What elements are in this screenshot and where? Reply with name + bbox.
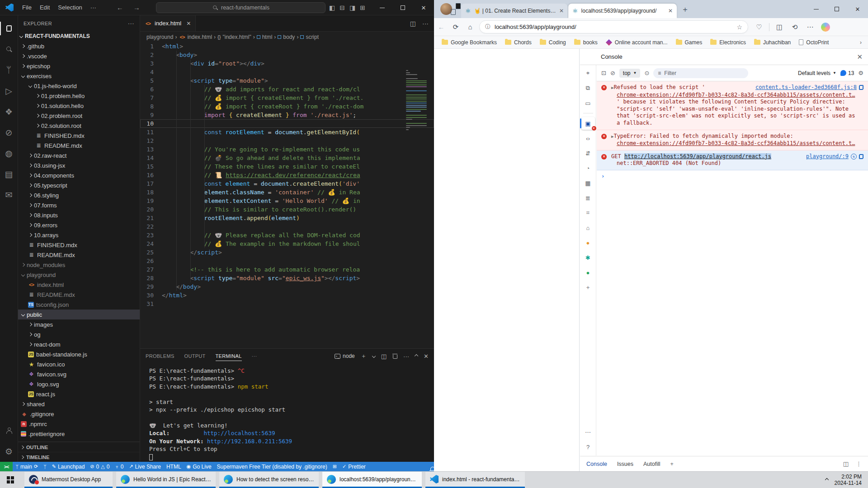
tree-item-finished-mdx[interactable]: ≣FINISHED.mdx (18, 240, 140, 250)
bookmark-games[interactable]: Games (673, 38, 706, 47)
mail-icon[interactable]: ✉ (0, 184, 18, 205)
settings-more-icon[interactable]: ⋯ (803, 23, 817, 31)
tree-item-06-styling[interactable]: 06.styling (18, 190, 140, 200)
site-info-icon[interactable]: ⓘ (485, 23, 491, 31)
more-tools-icon[interactable]: ▭ (581, 97, 595, 109)
taskbar-app-3[interactable]: How to detect the screen resoluti... (219, 472, 319, 488)
tree-item-01-solution-hello[interactable]: 01.solution.hello (18, 101, 140, 111)
tree-item-readme-mdx[interactable]: ≣README.mdx (18, 290, 140, 300)
section-timeline[interactable]: TIMELINE (18, 452, 140, 462)
home-icon[interactable]: ⌂ (463, 23, 477, 31)
tree-item--npmrc[interactable]: n.npmrc (18, 419, 140, 429)
home-icon[interactable]: ⌂ (581, 221, 595, 234)
customize-layout-icon[interactable]: ⊞ (360, 4, 365, 11)
drawer-tab-console[interactable]: Console (586, 461, 607, 467)
sources-icon[interactable]: ‹› (581, 132, 595, 145)
toggle-panel-icon[interactable]: ⊟ (340, 4, 345, 11)
taskbar-app-4[interactable]: localhost:5639/app/playground/ a... (322, 472, 422, 488)
context-selector[interactable]: top▼ (619, 69, 641, 78)
tree-item-03-using-jsx[interactable]: 03.using-jsx (18, 160, 140, 170)
tree-item-01-problem-hello[interactable]: 01.problem.hello (18, 91, 140, 101)
tree-item-logo-svg[interactable]: ❖logo.svg (18, 379, 140, 389)
console-prompt[interactable]: › (597, 170, 868, 182)
bookmark-google-bookmarks[interactable]: Google Bookmarks (439, 38, 500, 47)
tree-item-node-modules[interactable]: node_modules (18, 260, 140, 270)
bookmark-chords[interactable]: Chords (502, 38, 535, 47)
taskbar-clock[interactable]: 2:02 PM 2024-11-14 (835, 474, 862, 486)
memory-icon[interactable]: ▦ (581, 177, 595, 189)
tree-item-02-problem-root[interactable]: 02.problem.root (18, 111, 140, 121)
menu-item-selection[interactable]: Selection (54, 2, 86, 13)
performance-icon[interactable]: ◔ (581, 162, 595, 174)
taskbar-app-2[interactable]: Hello World in JS | Epic React by K... (116, 472, 216, 488)
terminal-output[interactable]: PS E:\react-fundamentals> ^CPS E:\react-… (140, 363, 434, 461)
remote-indicator[interactable]: >< (0, 462, 13, 471)
status-go-live[interactable]: ◉Go Live (184, 464, 214, 470)
console-message-3[interactable]: ✕GET http://localhost:5639/app/playgroun… (597, 150, 868, 170)
device-emulation-icon[interactable]: ⧉ (581, 82, 595, 94)
tree-item--github[interactable]: .github (18, 41, 140, 51)
tree-item-readme-mdx[interactable]: ≣README.mdx (18, 141, 140, 150)
command-center-search[interactable]: react-fundamentals (156, 2, 326, 13)
bookmark-books[interactable]: books (571, 38, 601, 47)
status-grid[interactable]: ⊞ (330, 464, 340, 469)
elements-icon[interactable]: ⌗ (581, 206, 595, 219)
accounts-icon[interactable] (0, 420, 18, 441)
log-levels-dropdown[interactable]: Default levels▼ (798, 70, 836, 76)
bookmark-octoprint[interactable]: OctoPrint (796, 38, 832, 47)
status-ports[interactable]: ♆0 (112, 464, 126, 470)
bookmark-coding[interactable]: Coding (537, 38, 569, 47)
history-icon[interactable]: ⟲ (788, 23, 802, 31)
split-terminal-icon[interactable]: ◫ (381, 353, 387, 360)
console-icon[interactable]: ▣✕ (581, 117, 595, 130)
explorer-more-icon[interactable]: ··· (128, 20, 134, 27)
source-link[interactable]: playground/:9 (806, 153, 849, 160)
refresh-icon[interactable]: ⟳ (448, 23, 463, 31)
menu-item-edit[interactable]: Edit (36, 2, 54, 13)
status-live-share[interactable]: ↗Live Share (126, 464, 164, 470)
editor-tab-index-html[interactable]: <> index.html ✕ (140, 15, 196, 31)
tree-item-02-solution-root[interactable]: 02.solution.root (18, 121, 140, 131)
bookmark-online-account-man---[interactable]: Online account man... (603, 38, 671, 47)
extension-teal-icon[interactable]: ✱ (581, 251, 595, 264)
close-button[interactable]: ✕ (413, 0, 434, 15)
console-message-2[interactable]: ✕▶TypeError: Failed to fetch dynamically… (597, 130, 868, 150)
new-terminal-icon[interactable]: ＋ (361, 352, 367, 360)
drawer-tab-issues[interactable]: Issues (617, 461, 633, 467)
tree-item-01-js-hello-world[interactable]: 01.js-hello-world (18, 81, 140, 91)
open-in-icon[interactable] (859, 154, 863, 159)
tree-item--prettierignore[interactable]: .prettierignore (18, 429, 140, 439)
inspect-element-icon[interactable]: ⌖ (581, 67, 595, 80)
tab-close-icon[interactable]: ✕ (668, 8, 673, 14)
close-panel-icon[interactable]: ✕ (424, 353, 429, 360)
extensions-icon[interactable]: ❖ (0, 101, 18, 122)
split-screen-icon[interactable]: ◫ (772, 23, 787, 31)
toggle-primary-sidebar-icon[interactable]: ◧ (329, 4, 335, 11)
panel-tab-terminal[interactable]: TERMINAL (216, 353, 242, 361)
back-icon[interactable]: ← (434, 23, 448, 31)
status-launchpad[interactable]: ✎Launchpad (49, 464, 88, 470)
code-editor[interactable]: 1<html>2<body>3<div id="root"></div>45<s… (140, 42, 434, 348)
split-editor-icon[interactable]: ◫ (410, 20, 416, 27)
explorer-icon[interactable] (0, 18, 18, 39)
drawer-add-icon[interactable]: + (670, 461, 674, 467)
status-language-mode[interactable]: HTML (164, 464, 184, 470)
tree-item--vscode[interactable]: .vscode (18, 51, 140, 61)
menu-item-[interactable]: ··· (86, 2, 100, 13)
clear-console-icon[interactable]: ⊘ (610, 70, 615, 76)
address-bar[interactable]: ⓘ localhost:5639/app/playground/ ☆ (479, 20, 748, 33)
bookmarks-overflow-icon[interactable]: › (860, 39, 862, 46)
copilot-icon[interactable] (821, 23, 830, 32)
taskbar-app-1[interactable]: Mattermost Desktop App (24, 472, 113, 488)
help-icon[interactable]: ? (581, 441, 595, 453)
browser-close-button[interactable]: ✕ (847, 0, 868, 18)
taskbar-app-5[interactable]: index.html - react-fundamentals -... (425, 472, 525, 488)
tree-item-02-raw-react[interactable]: 02.raw-react (18, 150, 140, 160)
minimize-button[interactable] (372, 0, 392, 15)
editor-more-icon[interactable]: ··· (422, 20, 429, 27)
tree-item-exercises[interactable]: exercises (18, 71, 140, 81)
terminal-more-icon[interactable]: ··· (403, 353, 409, 360)
terminal-dropdown-icon[interactable] (372, 354, 376, 358)
tree-item-og[interactable]: og (18, 329, 140, 339)
nav-back-icon[interactable]: ← (117, 4, 123, 11)
